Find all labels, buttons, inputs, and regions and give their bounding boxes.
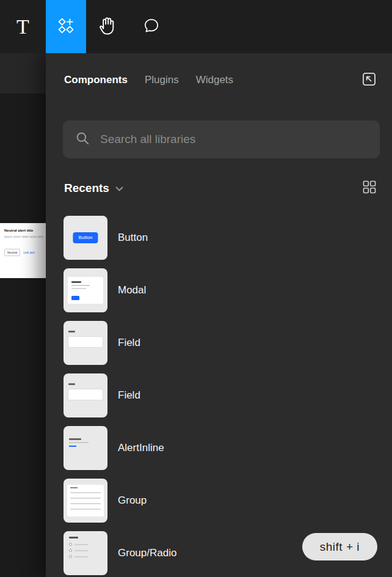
component-label: Group [118,494,147,507]
hand-tool-button[interactable] [86,0,130,53]
comment-tool-button[interactable] [130,0,173,53]
tab-components[interactable]: Components [64,71,128,89]
thumbnail-decor [68,389,103,400]
alert-card-description: Ipsum lorem dolor amet consec [4,234,43,239]
component-thumbnail [64,531,107,575]
insert-component-icon [56,15,76,39]
alert-card-link-button: Link text [23,251,35,254]
shortcut-hint-badge: shift + i [302,533,377,560]
components-list: Button Button Modal Field [64,216,392,575]
search-icon [74,130,90,149]
component-item-group[interactable]: Group [64,479,392,523]
component-label: Group/Radio [118,547,176,559]
thumbnail-decor [74,550,88,551]
thumbnail-decor [67,485,104,516]
panel-header: Components Plugins Widgets [46,53,392,90]
thumbnail-decor [71,285,90,286]
thumbnail-decor [69,537,78,538]
assets-panel: Components Plugins Widgets Recents [46,53,392,577]
component-thumbnail [64,268,107,312]
thumbnail-decor [70,487,78,488]
component-thumbnail: Button [64,216,107,260]
thumbnail-decor [71,296,79,300]
pin-to-sidebar-button[interactable] [359,70,379,90]
thumbnail-decor [74,544,88,545]
component-label: AlertInline [118,442,164,454]
thumbnail-decor [69,543,72,546]
pin-to-sidebar-icon [361,71,377,90]
thumbnail-button-preview: Button [73,232,98,243]
thumbnail-decor [74,556,88,557]
component-thumbnail [64,373,107,417]
alert-card-actions: Neutral Link text [4,249,43,256]
thumbnail-decor [69,442,89,443]
thumbnail-decor [71,288,86,289]
component-item-button[interactable]: Button Button [64,216,392,260]
thumbnail-decor [68,336,103,348]
panel-tabs: Components Plugins Widgets [64,71,233,89]
search-input[interactable] [99,132,368,147]
thumbnail-decor [68,277,103,304]
alert-card-title: Neutral alert title [4,229,43,232]
recents-section-title[interactable]: Recents [64,182,109,195]
toolbar: T [0,0,392,53]
chevron-down-icon[interactable] [115,186,123,192]
thumbnail-decor [70,509,101,510]
recents-header: Recents [64,179,379,197]
thumbnail-decor [69,549,72,552]
component-item-modal[interactable]: Modal [64,268,392,312]
canvas-alert-card: Neutral alert title Ipsum lorem dolor am… [0,223,46,278]
comment-bubble-icon [142,16,161,38]
assets-tool-button[interactable] [46,0,86,53]
thumbnail-decor [69,555,72,558]
tab-plugins[interactable]: Plugins [145,71,179,89]
thumbnail-decor [68,383,75,385]
component-label: Button [118,232,148,244]
tab-widgets[interactable]: Widgets [196,71,233,89]
canvas-area: Neutral alert title Ipsum lorem dolor am… [0,53,46,577]
component-item-field[interactable]: Field [64,373,392,417]
thumbnail-decor [71,281,81,283]
search-bar[interactable] [63,120,380,158]
component-label: Field [118,389,140,402]
thumbnail-decor [69,446,76,447]
thumbnail-decor [70,503,101,504]
component-thumbnail [64,479,107,523]
thumbnail-decor [68,331,75,333]
component-thumbnail [64,426,107,470]
hand-icon [97,15,119,39]
alert-card-neutral-button: Neutral [4,249,20,256]
component-item-field[interactable]: Field [64,321,392,365]
component-label: Field [118,337,140,349]
text-tool-icon: T [16,17,29,37]
grid-view-button[interactable] [360,179,379,197]
component-label: Modal [118,284,146,296]
thumbnail-decor [70,498,101,499]
canvas-top-band [0,53,46,94]
component-thumbnail [64,321,107,365]
text-tool-button[interactable]: T [0,0,46,53]
thumbnail-decor [70,492,101,493]
component-item-alertinline[interactable]: AlertInline [64,426,392,470]
grid-view-icon [361,179,377,197]
thumbnail-decor [69,438,81,440]
